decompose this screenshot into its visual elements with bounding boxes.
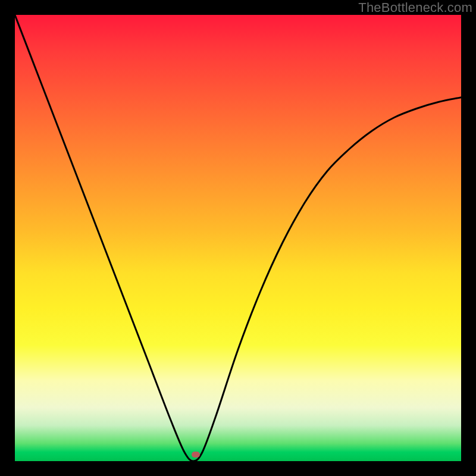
- chart-frame: TheBottleneck.com: [0, 0, 476, 476]
- plot-area: [15, 15, 461, 461]
- optimal-marker: [192, 452, 200, 458]
- bottleneck-curve: [15, 15, 461, 461]
- watermark: TheBottleneck.com: [358, 0, 472, 15]
